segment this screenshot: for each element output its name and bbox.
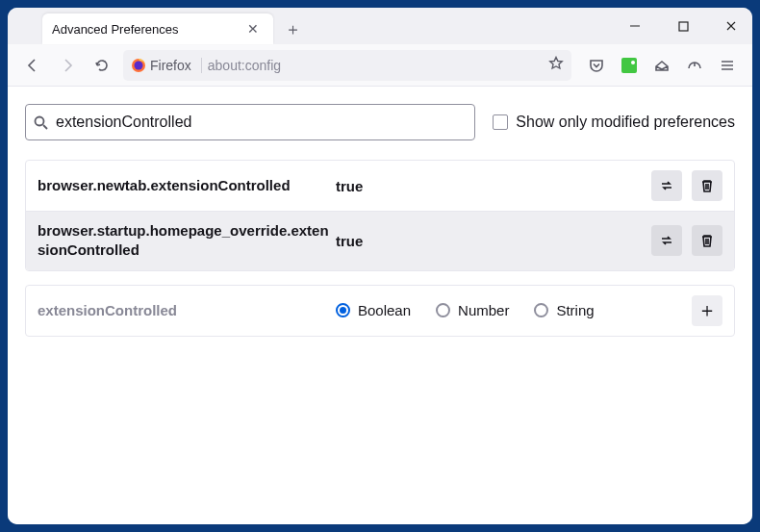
nav-toolbar: Firefox about:config [8,44,752,87]
dashboard-icon[interactable] [679,50,710,81]
delete-button[interactable] [692,225,722,256]
radio-icon [534,303,548,317]
svg-point-5 [135,61,143,69]
radio-string[interactable]: String [534,302,594,318]
pref-name: browser.newtab.extensionControlled [38,176,336,195]
tab-bar: Advanced Preferences ✕ ＋ [8,8,752,44]
search-icon [34,115,48,130]
toggle-button[interactable] [651,170,682,201]
pref-value: true [336,178,363,194]
preference-row[interactable]: browser.startup.homepage_override.extens… [26,211,734,270]
radio-boolean[interactable]: Boolean [336,302,411,318]
toolbar-actions [581,50,743,81]
preference-list: browser.newtab.extensionControlled true … [25,160,735,271]
toggle-button[interactable] [651,225,682,256]
bookmark-star-icon[interactable] [548,56,564,75]
radio-label: Boolean [358,302,411,318]
svg-rect-1 [679,22,688,31]
tab-advanced-preferences[interactable]: Advanced Preferences ✕ [42,13,273,44]
radio-number[interactable]: Number [436,302,509,318]
search-row: extensionControlled Show only modified p… [25,104,735,140]
preference-row[interactable]: browser.newtab.extensionControlled true [26,161,734,211]
extension-icon[interactable] [614,50,645,81]
minimize-button[interactable] [620,13,650,38]
reload-button[interactable] [87,50,117,81]
back-button[interactable] [17,50,48,81]
radio-icon [436,303,450,317]
svg-line-10 [43,125,47,129]
content-area: extensionControlled Show only modified p… [8,87,752,524]
checkbox-label: Show only modified preferences [516,114,735,131]
checkbox-icon [493,114,508,130]
delete-button[interactable] [692,170,722,201]
close-tab-icon[interactable]: ✕ [242,19,264,38]
url-bar[interactable]: Firefox about:config [123,50,571,81]
url-separator [201,58,202,73]
radio-icon [336,303,350,317]
pocket-icon[interactable] [581,50,612,81]
url-path: about:config [208,58,281,73]
forward-button[interactable] [52,50,83,81]
add-button[interactable]: ＋ [692,295,722,326]
tab-title: Advanced Preferences [52,22,179,37]
url-identity: Firefox [150,58,191,73]
radio-label: String [556,302,594,318]
type-radio-group: Boolean Number String [336,302,595,318]
add-preference-name: extensionControlled [38,302,336,318]
svg-point-9 [36,116,44,125]
maximize-button[interactable] [668,13,698,38]
pref-value: true [336,233,363,249]
close-window-button[interactable] [716,13,747,38]
inbox-icon[interactable] [646,50,677,81]
add-preference-row: extensionControlled Boolean Number Strin… [25,285,735,337]
firefox-logo-icon [131,58,146,73]
new-tab-button[interactable]: ＋ [279,15,306,42]
radio-label: Number [458,302,509,318]
search-value: extensionControlled [56,114,191,131]
search-input[interactable]: extensionControlled [25,104,475,140]
pref-name: browser.startup.homepage_override.extens… [38,221,336,261]
app-menu-icon[interactable] [712,50,743,81]
window-controls [620,13,747,38]
show-modified-checkbox[interactable]: Show only modified preferences [493,114,735,131]
browser-window: Advanced Preferences ✕ ＋ Firefox about:c… [8,8,752,524]
